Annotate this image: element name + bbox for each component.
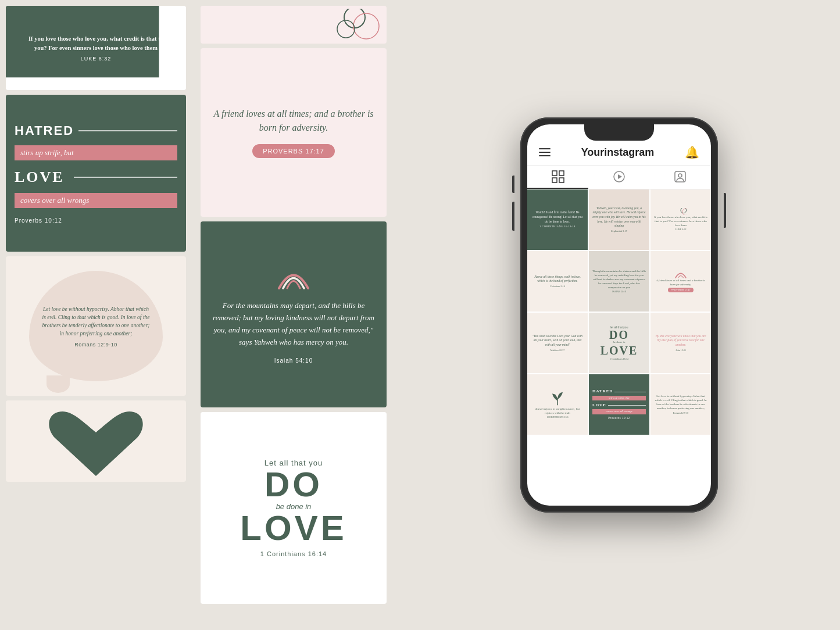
svg-rect-3: [552, 171, 557, 176]
svg-marker-8: [618, 174, 622, 179]
grid-7-ref: Matthew 22:37: [551, 349, 564, 352]
phone-vol-silent: [512, 176, 514, 193]
luke-verse: If you love those who love you, what cre…: [23, 34, 169, 53]
grid-9-text: By this everyone will know that you are …: [654, 334, 707, 348]
letlove-ref: Romans 12:9-10: [74, 342, 117, 348]
hatred-word: HATRED: [15, 123, 74, 138]
love-word: LOVE: [15, 169, 65, 186]
grid-11-hatred: HATRED: [592, 389, 646, 394]
tab-grid[interactable]: [527, 170, 588, 189]
grid-cell-11: HATRED stirs up strife, but LOVE covers …: [589, 374, 649, 435]
grid-9-ref: John 13:35: [675, 349, 686, 352]
card-doodle: [201, 6, 387, 44]
grid-4-ref: Colossians 3:14: [550, 285, 564, 288]
heart-svg: [44, 406, 148, 482]
grid-10-ref: 1CORINTHIANS 13:6: [546, 416, 568, 419]
stirs-text: stirs up strife, but: [15, 145, 177, 160]
grid-cell-6: A friend loves at all times and a brothe…: [650, 251, 711, 312]
notification-icon[interactable]: 🔔: [685, 145, 699, 159]
tab-tagged[interactable]: [650, 170, 711, 189]
instagram-tabs: [527, 166, 711, 189]
heart-bubble: Let love be without hypocrisy. Abhor tha…: [29, 271, 163, 381]
doodle-svg: [203, 9, 384, 41]
phone-frame: Yourinstagram 🔔: [520, 117, 718, 513]
rainbow-svg: [276, 265, 311, 291]
grid-12-text: Let love be without hypocrisy. Abhor tha…: [654, 394, 707, 410]
grid-12-ref: Romans 12:9-10: [673, 411, 689, 415]
grid-5-text: Though the mountains be shaken and the h…: [592, 269, 646, 289]
covers-text: covers over all wrongs: [15, 193, 177, 208]
menu-bar-2: [539, 152, 551, 153]
menu-bar-3: [539, 155, 551, 156]
grid-5-ref: ISAIAH 54:10: [612, 290, 626, 293]
grid-2-text: Yahweh, your God, is among you, a mighty…: [592, 206, 646, 228]
card-mountains: For the mountains may depart, and the hi…: [201, 221, 387, 407]
grid-3-doodle: [675, 208, 687, 215]
dolove-love: LOVE: [240, 511, 346, 546]
grid-cell-3: If you love those who love you, what cre…: [650, 189, 711, 250]
grid-1-text: Watch! Stand firm in the faith! Be coura…: [531, 210, 584, 224]
grid-cell-7: "You shall love the Lord your God with a…: [527, 313, 588, 373]
grid-cell-12: Let love be without hypocrisy. Abhor tha…: [650, 374, 711, 435]
svg-point-1: [353, 13, 379, 39]
letlove-verse: Let love be without hypocrisy. Abhor tha…: [41, 305, 151, 338]
grid-1-ref: 1 CORINTHIANS 16:13-14: [539, 225, 576, 228]
reels-icon: [613, 170, 625, 183]
svg-rect-4: [559, 171, 564, 176]
card-hatred: HATRED stirs up strife, but LOVE covers …: [6, 95, 186, 252]
grid-3-ref: LUKE 6:32: [675, 228, 687, 231]
phone-panel: Yourinstagram 🔔: [398, 0, 840, 630]
hatred-underline: [78, 130, 177, 131]
grid-8-do: DO: [609, 329, 629, 341]
love-underline: [74, 177, 177, 178]
phone-notch: [584, 124, 654, 141]
card-dolove: Let all that you DO be done in LOVE 1 Co…: [201, 412, 387, 604]
grid-11-covers: covers over all wrongs: [592, 409, 646, 414]
phone-power-button: [724, 193, 726, 228]
tagged-icon: [674, 170, 687, 183]
grid-icon: [552, 170, 564, 183]
grid-cell-1: Watch! Stand firm in the faith! Be coura…: [527, 189, 588, 250]
grid-cell-5: Though the mountains be shaken and the h…: [589, 251, 649, 312]
grid-6-text: A friend loves at all times and a brothe…: [654, 278, 707, 287]
svg-rect-6: [559, 178, 564, 182]
grid-10-text: doesn't rejoice in unrighteousness, but …: [531, 407, 584, 415]
tab-reels[interactable]: [588, 170, 649, 189]
grid-cell-4: Above all these things, walk in love, wh…: [527, 251, 588, 312]
svg-rect-5: [552, 178, 557, 182]
dolove-ref: 1 Corinthians 16:14: [260, 550, 327, 557]
friend-verse: A friend loves at all times; and a broth…: [212, 107, 375, 135]
card-heart-bottom: [6, 400, 186, 482]
grid-cell-8: let all that you DO be done in LOVE 1 Co…: [589, 313, 649, 373]
grid-4-text: Above all these things, walk in love, wh…: [531, 275, 584, 284]
card-luke: If you love those who love you, what cre…: [6, 6, 186, 90]
grid-6-rainbow: [674, 270, 687, 278]
grid-11-ref: Proverbs 10:12: [608, 417, 630, 420]
grid-cell-10: doesn't rejoice in unrighteousness, but …: [527, 374, 588, 435]
instagram-username: Yourinstagram: [581, 146, 655, 159]
card-friend: A friend loves at all times; and a broth…: [201, 48, 387, 217]
grid-11-love: LOVE: [592, 403, 646, 408]
phone-vol-buttons: [512, 202, 514, 231]
grid-cell-2: Yahweh, your God, is among you, a mighty…: [589, 189, 649, 250]
middle-preview-panel: A friend loves at all times; and a broth…: [195, 0, 392, 630]
svg-point-10: [678, 174, 682, 177]
grid-2-ref: Zephaniah 3:17: [611, 230, 627, 233]
grid-11-stirs: stirs up strife, but: [592, 396, 646, 401]
grid-cell-9: By this everyone will know that you are …: [650, 313, 711, 373]
grid-10-plant: [546, 391, 569, 407]
grid-3-text: If you love those who love you, what cre…: [654, 215, 707, 227]
dolove-do: DO: [264, 467, 323, 502]
left-preview-panel: If you love those who love you, what cre…: [0, 0, 192, 630]
hatred-ref: Proverbs 10:12: [15, 217, 177, 224]
grid-6-ref-bubble: PROVERBS 17:17: [668, 288, 693, 292]
mountains-verse: For the mountains may depart, and the hi…: [212, 300, 375, 348]
svg-point-0: [344, 9, 365, 28]
menu-icon[interactable]: [539, 148, 551, 156]
grid-7-text: "You shall love the Lord your God with a…: [531, 334, 584, 348]
friend-ref: PROVERBS 17:17: [252, 144, 335, 158]
menu-bar-1: [539, 148, 551, 149]
grid-8-ref: 1 Corinthians 16:14: [610, 357, 628, 360]
mountains-ref: Isaiah 54:10: [274, 357, 313, 364]
grid-8-love: LOVE: [600, 345, 638, 356]
